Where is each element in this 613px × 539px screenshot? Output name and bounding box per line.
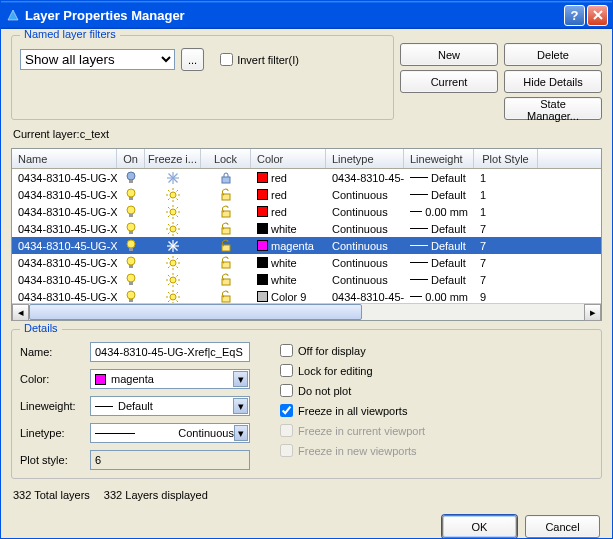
freeze-all-check[interactable]: Freeze in all viewports xyxy=(280,404,425,417)
top-buttons: New Delete Current Hide Details State Ma… xyxy=(400,35,602,120)
chevron-down-icon[interactable]: ▾ xyxy=(234,425,248,441)
svg-rect-63 xyxy=(129,282,133,285)
svg-line-57 xyxy=(168,258,170,260)
hide-details-button[interactable]: Hide Details xyxy=(504,70,602,93)
invert-filter-checkbox[interactable] xyxy=(220,53,233,66)
cell-plotstyle: 7 xyxy=(474,223,538,235)
invert-filter-check[interactable]: Invert filter(I) xyxy=(220,53,299,66)
status-total: 332 Total layers xyxy=(13,489,90,501)
ok-button[interactable]: OK xyxy=(442,515,517,538)
svg-line-28 xyxy=(177,207,179,209)
table-row[interactable]: 0434-8310-45-UG-Xre whiteContinuous Defa… xyxy=(12,220,601,237)
lock-icon xyxy=(219,273,233,287)
table-row[interactable]: 0434-8310-45-UG-Xre redContinuous 0.00 m… xyxy=(12,203,601,220)
details-group: Details Name: Color: magenta ▾ Lineweigh… xyxy=(11,329,602,479)
column-header[interactable]: Plot Style xyxy=(474,149,538,168)
color-swatch-icon xyxy=(257,189,268,200)
state-manager-button[interactable]: State Manager... xyxy=(504,97,602,120)
current-layer-label: Current layer:c_text xyxy=(11,124,602,144)
svg-line-29 xyxy=(168,215,170,217)
h-scrollbar[interactable]: ◂ ▸ xyxy=(12,303,601,320)
cell-freeze xyxy=(145,188,201,202)
linetype-combo[interactable]: Continuous ▾ xyxy=(90,423,250,443)
svg-line-69 xyxy=(168,275,170,277)
freeze-current-check: Freeze in current viewport xyxy=(280,424,425,437)
lock-editing-check[interactable]: Lock for editing xyxy=(280,364,425,377)
table-row[interactable]: 0434-8310-45-UG-Xre redContinuous Defaul… xyxy=(12,186,601,203)
do-not-plot-check[interactable]: Do not plot xyxy=(280,384,425,397)
color-swatch-icon xyxy=(257,291,268,302)
scroll-thumb[interactable] xyxy=(29,304,362,320)
table-row[interactable]: 0434-8310-45-UG-Xre whiteContinuous Defa… xyxy=(12,254,601,271)
table-rows: 0434-8310-45-UG-Xre red0434-8310-45-UG D… xyxy=(12,169,601,303)
chevron-down-icon[interactable]: ▾ xyxy=(233,371,248,387)
filter-select[interactable]: Show all layers xyxy=(20,49,175,70)
svg-rect-75 xyxy=(129,299,133,302)
cancel-button[interactable]: Cancel xyxy=(525,515,600,538)
color-swatch-icon xyxy=(257,240,268,251)
cell-color: white xyxy=(251,223,326,235)
color-swatch-icon xyxy=(257,206,268,217)
content-area: Named layer filters Show all layers ... … xyxy=(1,29,612,538)
svg-rect-44 xyxy=(129,248,133,251)
svg-line-58 xyxy=(177,266,179,268)
current-button[interactable]: Current xyxy=(400,70,498,93)
scroll-right-icon[interactable]: ▸ xyxy=(584,304,601,321)
scroll-track[interactable] xyxy=(29,304,584,320)
close-button[interactable] xyxy=(587,5,608,26)
svg-line-41 xyxy=(168,232,170,234)
cell-on xyxy=(117,290,145,304)
column-header[interactable]: Lock xyxy=(201,149,251,168)
svg-line-38 xyxy=(168,224,170,226)
svg-rect-32 xyxy=(129,231,133,234)
svg-rect-6 xyxy=(222,177,230,183)
scroll-left-icon[interactable]: ◂ xyxy=(12,304,29,321)
filter-browse-button[interactable]: ... xyxy=(181,48,204,71)
status-bar: 332 Total layers 332 Layers displayed xyxy=(11,483,602,507)
chevron-down-icon[interactable]: ▾ xyxy=(233,398,248,414)
cell-lineweight: Default xyxy=(404,257,474,269)
color-combo[interactable]: magenta ▾ xyxy=(90,369,250,389)
svg-line-14 xyxy=(168,190,170,192)
bulb-icon xyxy=(125,239,137,253)
cell-freeze xyxy=(145,273,201,287)
cell-lock xyxy=(201,188,251,202)
cell-name: 0434-8310-45-UG-Xre xyxy=(12,189,117,201)
column-header[interactable]: On xyxy=(117,149,145,168)
table-row[interactable]: 0434-8310-45-UG-Xre Color 90434-8310-45-… xyxy=(12,288,601,303)
off-display-check[interactable]: Off for display xyxy=(280,344,425,357)
cell-linetype: Continuous xyxy=(326,206,404,218)
cell-freeze xyxy=(145,239,201,253)
column-header[interactable]: Lineweight xyxy=(404,149,474,168)
column-header[interactable]: Color xyxy=(251,149,326,168)
cell-linetype: Continuous xyxy=(326,240,404,252)
cell-linetype: 0434-8310-45-UG xyxy=(326,291,404,303)
column-header[interactable]: Freeze i... xyxy=(145,149,201,168)
invert-filter-label: Invert filter(I) xyxy=(237,54,299,66)
cell-linetype: 0434-8310-45-UG xyxy=(326,172,404,184)
cell-plotstyle: 7 xyxy=(474,274,538,286)
help-button[interactable]: ? xyxy=(564,5,585,26)
cell-color: red xyxy=(251,206,326,218)
cell-linetype: Continuous xyxy=(326,257,404,269)
cell-plotstyle: 7 xyxy=(474,257,538,269)
freeze-new-check: Freeze in new viewports xyxy=(280,444,425,457)
table-row[interactable]: 0434-8310-45-UG-Xre whiteContinuous Defa… xyxy=(12,271,601,288)
cell-lock xyxy=(201,205,251,219)
freeze-icon xyxy=(166,239,180,253)
delete-button[interactable]: Delete xyxy=(504,43,602,66)
cell-lineweight: Default xyxy=(404,189,474,201)
svg-line-70 xyxy=(177,283,179,285)
table-row[interactable]: 0434-8310-45-UG-Xre magentaContinuous De… xyxy=(12,237,601,254)
layer-table: NameOnFreeze i...LockColorLinetypeLinewe… xyxy=(11,148,602,321)
table-row[interactable]: 0434-8310-45-UG-Xre red0434-8310-45-UG D… xyxy=(12,169,601,186)
cell-linetype: Continuous xyxy=(326,189,404,201)
svg-line-84 xyxy=(168,300,170,302)
lineweight-combo[interactable]: Default ▾ xyxy=(90,396,250,416)
new-button[interactable]: New xyxy=(400,43,498,66)
cell-linetype: Continuous xyxy=(326,274,404,286)
name-field[interactable] xyxy=(90,342,250,362)
titlebar[interactable]: Layer Properties Manager ? xyxy=(1,1,612,29)
column-header[interactable]: Name xyxy=(12,149,117,168)
column-header[interactable]: Linetype xyxy=(326,149,404,168)
